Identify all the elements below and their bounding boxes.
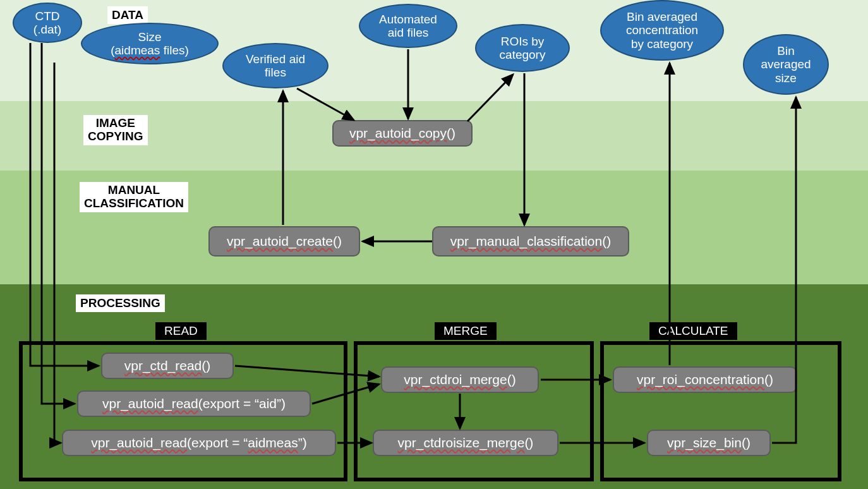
fn-autoid-create: vpr_autoid_create() bbox=[208, 226, 360, 257]
ellipse-verified-l2: files bbox=[265, 66, 286, 79]
ellipse-ctd-l1: CTD bbox=[35, 9, 59, 23]
fn-ctdroisize-merge-paren: () bbox=[524, 435, 533, 450]
fn-roi-concentration-name: vpr_roi_concentration bbox=[637, 372, 764, 387]
ellipse-ctd-l2: (.dat) bbox=[33, 23, 61, 36]
ellipse-size-l2c: files) bbox=[160, 44, 188, 57]
ellipse-size-l2b: aidmeas bbox=[115, 44, 160, 57]
fn-roi-concentration: vpr_roi_concentration() bbox=[613, 366, 797, 393]
fn-autoid-copy-name: vpr_autoid_copy bbox=[349, 126, 447, 141]
fn-autoid-copy-paren: () bbox=[447, 126, 455, 141]
ellipse-binconc-l2: concentration bbox=[626, 23, 698, 37]
fn-ctd-read-name: vpr_ctd_read bbox=[124, 358, 202, 373]
fn-size-bin-name: vpr_size_bin bbox=[667, 435, 742, 450]
ellipse-automated-l1: Automated bbox=[379, 13, 437, 26]
ellipse-automated: Automatedaid files bbox=[359, 4, 457, 48]
ellipse-verified: Verified aidfiles bbox=[222, 43, 329, 88]
fn-autoid-read-aid: vpr_autoid_read(export = “aid”) bbox=[77, 390, 311, 417]
fn-ctd-read: vpr_ctd_read() bbox=[101, 353, 234, 379]
fn-ctd-read-paren: () bbox=[202, 358, 210, 373]
fn-ctdroisize-merge: vpr_ctdroisize_merge() bbox=[373, 430, 558, 456]
fn-autoid-read-aid-name: vpr_autoid_read bbox=[102, 396, 198, 411]
ellipse-rois-l1: ROIs by bbox=[501, 35, 545, 48]
fn-ctdroi-merge-name: vpr_ctdroi_merge bbox=[404, 372, 507, 387]
fn-manual-class-name: vpr_manual_classification bbox=[450, 234, 602, 249]
fn-autoid-read-aidmeas-sfx2: aidmeas bbox=[248, 435, 298, 450]
fn-size-bin: vpr_size_bin() bbox=[647, 430, 771, 456]
fn-autoid-create-name: vpr_autoid_create bbox=[227, 234, 333, 249]
ellipse-binconc-l1: Bin averaged bbox=[627, 10, 697, 23]
ellipse-size-l1: Size bbox=[138, 30, 162, 44]
fn-autoid-read-aidmeas-sfx1: (export = “ bbox=[187, 435, 248, 450]
fn-autoid-read-aidmeas-name: vpr_autoid_read bbox=[91, 435, 187, 450]
group-box-merge bbox=[354, 341, 594, 481]
fn-autoid-read-aidmeas-sfx3: ”) bbox=[298, 435, 307, 450]
ellipse-rois-l2: category bbox=[500, 48, 546, 61]
ellipse-binconc: Bin averagedconcentrationby category bbox=[600, 0, 724, 61]
ellipse-binsize-l1: Bin bbox=[777, 44, 794, 57]
ellipse-binsize: Binaveragedsize bbox=[743, 34, 829, 95]
fn-autoid-copy: vpr_autoid_copy() bbox=[332, 120, 473, 147]
fn-autoid-read-aidmeas: vpr_autoid_read(export = “aidmeas”) bbox=[62, 430, 336, 456]
ellipse-binsize-l2: averaged bbox=[761, 57, 811, 71]
fn-roi-concentration-paren: () bbox=[764, 372, 773, 387]
label-data: DATA bbox=[107, 6, 148, 24]
ellipse-size: Size(aidmeas files) bbox=[81, 23, 219, 64]
ellipse-binconc-l3: by category bbox=[631, 37, 693, 51]
group-label-read: READ bbox=[155, 322, 207, 340]
fn-ctdroisize-merge-name: vpr_ctdroisize_merge bbox=[398, 435, 525, 450]
fn-ctdroi-merge: vpr_ctdroi_merge() bbox=[381, 366, 539, 393]
label-image-copy: IMAGE COPYING bbox=[83, 115, 148, 145]
fn-autoid-read-aid-suffix: (export = “aid”) bbox=[198, 396, 286, 411]
fn-autoid-create-paren: () bbox=[333, 234, 342, 249]
ellipse-verified-l1: Verified aid bbox=[246, 52, 305, 66]
group-label-calculate: CALCULATE bbox=[649, 322, 737, 340]
fn-manual-class-paren: () bbox=[602, 234, 611, 249]
fn-ctdroi-merge-paren: () bbox=[507, 372, 516, 387]
ellipse-rois: ROIs bycategory bbox=[475, 24, 570, 72]
label-processing: PROCESSING bbox=[76, 294, 165, 312]
label-manual-l2: CLASSIFICATION bbox=[84, 196, 184, 210]
ellipse-automated-l2: aid files bbox=[388, 26, 428, 39]
group-label-merge: MERGE bbox=[435, 322, 497, 340]
ellipse-ctd: CTD(.dat) bbox=[13, 3, 82, 43]
ellipse-binsize-l3: size bbox=[775, 71, 797, 85]
label-image-copy-l1: IMAGE bbox=[96, 116, 135, 130]
label-manual-l1: MANUAL bbox=[108, 183, 160, 196]
fn-size-bin-paren: () bbox=[742, 435, 750, 450]
fn-manual-class: vpr_manual_classification() bbox=[432, 226, 629, 257]
group-box-calculate bbox=[600, 341, 841, 481]
label-image-copy-l2: COPYING bbox=[88, 130, 143, 143]
label-manual: MANUAL CLASSIFICATION bbox=[80, 182, 188, 212]
